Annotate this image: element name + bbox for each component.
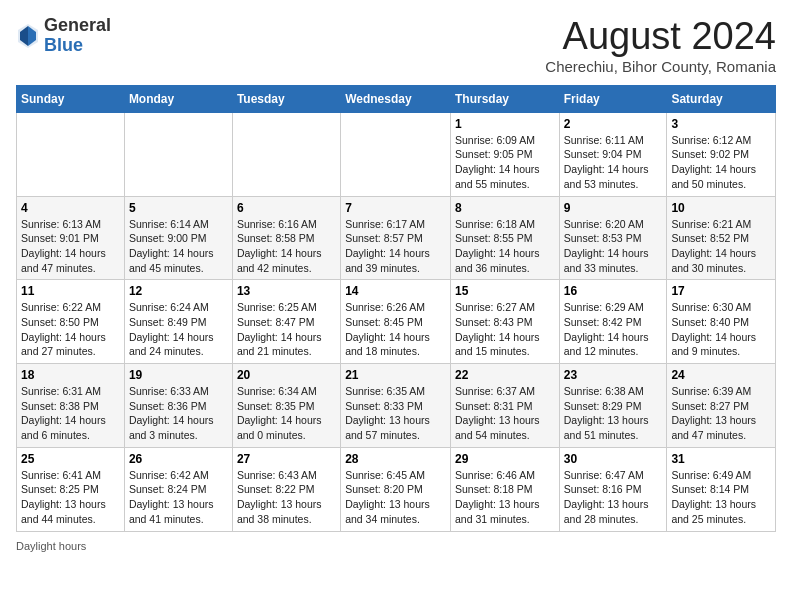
day-info: Sunrise: 6:47 AM Sunset: 8:16 PM Dayligh… bbox=[564, 468, 663, 527]
day-info: Sunrise: 6:12 AM Sunset: 9:02 PM Dayligh… bbox=[671, 133, 771, 192]
calendar-cell bbox=[341, 112, 451, 196]
day-info: Sunrise: 6:09 AM Sunset: 9:05 PM Dayligh… bbox=[455, 133, 555, 192]
day-number: 25 bbox=[21, 452, 120, 466]
day-info: Sunrise: 6:27 AM Sunset: 8:43 PM Dayligh… bbox=[455, 300, 555, 359]
logo-blue-text: Blue bbox=[44, 36, 111, 56]
day-number: 2 bbox=[564, 117, 663, 131]
day-number: 3 bbox=[671, 117, 771, 131]
day-info: Sunrise: 6:26 AM Sunset: 8:45 PM Dayligh… bbox=[345, 300, 446, 359]
day-info: Sunrise: 6:46 AM Sunset: 8:18 PM Dayligh… bbox=[455, 468, 555, 527]
calendar-cell bbox=[17, 112, 125, 196]
day-info: Sunrise: 6:20 AM Sunset: 8:53 PM Dayligh… bbox=[564, 217, 663, 276]
calendar-cell: 7Sunrise: 6:17 AM Sunset: 8:57 PM Daylig… bbox=[341, 196, 451, 280]
day-number: 13 bbox=[237, 284, 336, 298]
day-number: 10 bbox=[671, 201, 771, 215]
day-number: 15 bbox=[455, 284, 555, 298]
calendar-cell: 1Sunrise: 6:09 AM Sunset: 9:05 PM Daylig… bbox=[450, 112, 559, 196]
day-number: 30 bbox=[564, 452, 663, 466]
calendar-cell: 20Sunrise: 6:34 AM Sunset: 8:35 PM Dayli… bbox=[232, 364, 340, 448]
calendar-cell: 21Sunrise: 6:35 AM Sunset: 8:33 PM Dayli… bbox=[341, 364, 451, 448]
day-info: Sunrise: 6:25 AM Sunset: 8:47 PM Dayligh… bbox=[237, 300, 336, 359]
calendar-week-5: 25Sunrise: 6:41 AM Sunset: 8:25 PM Dayli… bbox=[17, 447, 776, 531]
calendar-cell: 6Sunrise: 6:16 AM Sunset: 8:58 PM Daylig… bbox=[232, 196, 340, 280]
day-info: Sunrise: 6:18 AM Sunset: 8:55 PM Dayligh… bbox=[455, 217, 555, 276]
calendar-cell: 23Sunrise: 6:38 AM Sunset: 8:29 PM Dayli… bbox=[559, 364, 667, 448]
calendar-cell: 19Sunrise: 6:33 AM Sunset: 8:36 PM Dayli… bbox=[124, 364, 232, 448]
location-title: Cherechiu, Bihor County, Romania bbox=[545, 58, 776, 75]
day-info: Sunrise: 6:37 AM Sunset: 8:31 PM Dayligh… bbox=[455, 384, 555, 443]
calendar-cell: 3Sunrise: 6:12 AM Sunset: 9:02 PM Daylig… bbox=[667, 112, 776, 196]
calendar-cell: 15Sunrise: 6:27 AM Sunset: 8:43 PM Dayli… bbox=[450, 280, 559, 364]
day-info: Sunrise: 6:45 AM Sunset: 8:20 PM Dayligh… bbox=[345, 468, 446, 527]
day-info: Sunrise: 6:41 AM Sunset: 8:25 PM Dayligh… bbox=[21, 468, 120, 527]
day-info: Sunrise: 6:34 AM Sunset: 8:35 PM Dayligh… bbox=[237, 384, 336, 443]
day-number: 21 bbox=[345, 368, 446, 382]
day-info: Sunrise: 6:30 AM Sunset: 8:40 PM Dayligh… bbox=[671, 300, 771, 359]
calendar-cell: 9Sunrise: 6:20 AM Sunset: 8:53 PM Daylig… bbox=[559, 196, 667, 280]
day-info: Sunrise: 6:17 AM Sunset: 8:57 PM Dayligh… bbox=[345, 217, 446, 276]
calendar-cell: 8Sunrise: 6:18 AM Sunset: 8:55 PM Daylig… bbox=[450, 196, 559, 280]
daylight-hours-label: Daylight hours bbox=[16, 540, 86, 552]
day-info: Sunrise: 6:29 AM Sunset: 8:42 PM Dayligh… bbox=[564, 300, 663, 359]
day-info: Sunrise: 6:49 AM Sunset: 8:14 PM Dayligh… bbox=[671, 468, 771, 527]
logo-general-text: General bbox=[44, 16, 111, 36]
logo-text: General Blue bbox=[44, 16, 111, 56]
day-info: Sunrise: 6:38 AM Sunset: 8:29 PM Dayligh… bbox=[564, 384, 663, 443]
calendar-header-row: SundayMondayTuesdayWednesdayThursdayFrid… bbox=[17, 85, 776, 112]
day-number: 12 bbox=[129, 284, 228, 298]
day-info: Sunrise: 6:11 AM Sunset: 9:04 PM Dayligh… bbox=[564, 133, 663, 192]
calendar-cell: 14Sunrise: 6:26 AM Sunset: 8:45 PM Dayli… bbox=[341, 280, 451, 364]
calendar-cell: 2Sunrise: 6:11 AM Sunset: 9:04 PM Daylig… bbox=[559, 112, 667, 196]
day-info: Sunrise: 6:22 AM Sunset: 8:50 PM Dayligh… bbox=[21, 300, 120, 359]
day-number: 14 bbox=[345, 284, 446, 298]
calendar-cell bbox=[124, 112, 232, 196]
calendar-week-3: 11Sunrise: 6:22 AM Sunset: 8:50 PM Dayli… bbox=[17, 280, 776, 364]
day-number: 29 bbox=[455, 452, 555, 466]
calendar-week-4: 18Sunrise: 6:31 AM Sunset: 8:38 PM Dayli… bbox=[17, 364, 776, 448]
calendar-cell: 25Sunrise: 6:41 AM Sunset: 8:25 PM Dayli… bbox=[17, 447, 125, 531]
day-info: Sunrise: 6:24 AM Sunset: 8:49 PM Dayligh… bbox=[129, 300, 228, 359]
day-info: Sunrise: 6:35 AM Sunset: 8:33 PM Dayligh… bbox=[345, 384, 446, 443]
day-number: 5 bbox=[129, 201, 228, 215]
calendar-cell: 12Sunrise: 6:24 AM Sunset: 8:49 PM Dayli… bbox=[124, 280, 232, 364]
day-number: 20 bbox=[237, 368, 336, 382]
day-header-sunday: Sunday bbox=[17, 85, 125, 112]
day-info: Sunrise: 6:21 AM Sunset: 8:52 PM Dayligh… bbox=[671, 217, 771, 276]
calendar-cell: 22Sunrise: 6:37 AM Sunset: 8:31 PM Dayli… bbox=[450, 364, 559, 448]
day-number: 9 bbox=[564, 201, 663, 215]
calendar-cell: 17Sunrise: 6:30 AM Sunset: 8:40 PM Dayli… bbox=[667, 280, 776, 364]
day-number: 31 bbox=[671, 452, 771, 466]
day-header-monday: Monday bbox=[124, 85, 232, 112]
day-info: Sunrise: 6:14 AM Sunset: 9:00 PM Dayligh… bbox=[129, 217, 228, 276]
day-info: Sunrise: 6:39 AM Sunset: 8:27 PM Dayligh… bbox=[671, 384, 771, 443]
day-number: 27 bbox=[237, 452, 336, 466]
calendar-cell: 28Sunrise: 6:45 AM Sunset: 8:20 PM Dayli… bbox=[341, 447, 451, 531]
calendar-cell: 5Sunrise: 6:14 AM Sunset: 9:00 PM Daylig… bbox=[124, 196, 232, 280]
day-header-wednesday: Wednesday bbox=[341, 85, 451, 112]
calendar-cell: 29Sunrise: 6:46 AM Sunset: 8:18 PM Dayli… bbox=[450, 447, 559, 531]
day-header-tuesday: Tuesday bbox=[232, 85, 340, 112]
calendar-cell: 27Sunrise: 6:43 AM Sunset: 8:22 PM Dayli… bbox=[232, 447, 340, 531]
calendar-cell: 26Sunrise: 6:42 AM Sunset: 8:24 PM Dayli… bbox=[124, 447, 232, 531]
calendar-cell: 31Sunrise: 6:49 AM Sunset: 8:14 PM Dayli… bbox=[667, 447, 776, 531]
day-number: 4 bbox=[21, 201, 120, 215]
day-info: Sunrise: 6:42 AM Sunset: 8:24 PM Dayligh… bbox=[129, 468, 228, 527]
day-header-saturday: Saturday bbox=[667, 85, 776, 112]
day-number: 26 bbox=[129, 452, 228, 466]
day-info: Sunrise: 6:31 AM Sunset: 8:38 PM Dayligh… bbox=[21, 384, 120, 443]
day-header-thursday: Thursday bbox=[450, 85, 559, 112]
day-number: 17 bbox=[671, 284, 771, 298]
calendar-table: SundayMondayTuesdayWednesdayThursdayFrid… bbox=[16, 85, 776, 532]
day-number: 28 bbox=[345, 452, 446, 466]
calendar-cell: 11Sunrise: 6:22 AM Sunset: 8:50 PM Dayli… bbox=[17, 280, 125, 364]
calendar-cell: 18Sunrise: 6:31 AM Sunset: 8:38 PM Dayli… bbox=[17, 364, 125, 448]
day-number: 22 bbox=[455, 368, 555, 382]
day-info: Sunrise: 6:33 AM Sunset: 8:36 PM Dayligh… bbox=[129, 384, 228, 443]
calendar-week-2: 4Sunrise: 6:13 AM Sunset: 9:01 PM Daylig… bbox=[17, 196, 776, 280]
logo: General Blue bbox=[16, 16, 111, 56]
day-header-friday: Friday bbox=[559, 85, 667, 112]
day-info: Sunrise: 6:16 AM Sunset: 8:58 PM Dayligh… bbox=[237, 217, 336, 276]
calendar-cell: 10Sunrise: 6:21 AM Sunset: 8:52 PM Dayli… bbox=[667, 196, 776, 280]
calendar-cell: 24Sunrise: 6:39 AM Sunset: 8:27 PM Dayli… bbox=[667, 364, 776, 448]
day-info: Sunrise: 6:43 AM Sunset: 8:22 PM Dayligh… bbox=[237, 468, 336, 527]
